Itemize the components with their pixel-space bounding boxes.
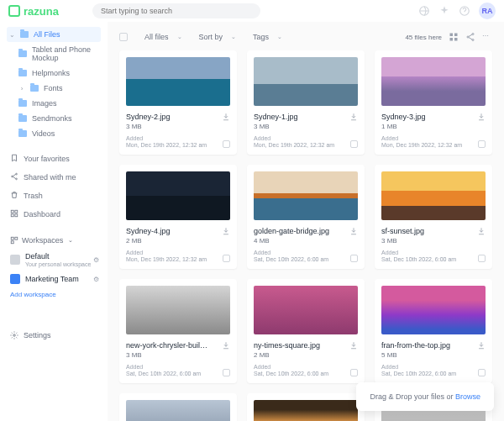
file-thumbnail[interactable]: [381, 171, 486, 220]
svg-rect-14: [454, 34, 458, 37]
file-card[interactable]: sf-sunset.jpg3 MBAddedSat, Dec 10th 2022…: [375, 165, 492, 269]
file-card[interactable]: fran-from-the-top.jpg5 MBAddedSat, Dec 1…: [375, 279, 492, 383]
gear-icon[interactable]: ⚙: [93, 256, 99, 264]
file-card[interactable]: [247, 393, 365, 421]
meta-label: Added: [254, 135, 358, 141]
file-thumbnail[interactable]: [381, 286, 486, 334]
file-checkbox[interactable]: [350, 255, 358, 262]
file-card[interactable]: new-york-chrysler-buil…3 MBAddedSat, Dec…: [119, 279, 237, 383]
folder-label: Images: [32, 99, 57, 108]
file-date: Sat, Dec 10th 2022, 6:00 am: [381, 371, 486, 376]
dropzone[interactable]: Drag & Drop your files or Browse: [356, 382, 494, 411]
grid-view-icon[interactable]: [449, 32, 459, 42]
file-size: 1 MB: [381, 123, 477, 130]
download-icon[interactable]: [349, 227, 358, 235]
file-thumbnail[interactable]: [254, 286, 358, 334]
file-thumbnail[interactable]: [254, 171, 358, 220]
search-input[interactable]: [92, 3, 260, 18]
help-icon[interactable]: [459, 5, 470, 17]
sort-filter[interactable]: Sort by⌄: [199, 33, 237, 41]
file-checkbox[interactable]: [223, 140, 230, 148]
file-checkbox[interactable]: [350, 140, 358, 148]
nav-item[interactable]: Dashboard: [7, 205, 101, 224]
scope-filter[interactable]: All files⌄: [144, 33, 182, 41]
file-size: 3 MB: [381, 237, 477, 245]
brand-name: razuna: [24, 5, 59, 18]
file-checkbox[interactable]: [478, 369, 486, 376]
avatar[interactable]: RA: [479, 3, 496, 19]
file-card[interactable]: Sydney-3.jpg1 MBAddedMon, Dec 19th 2022,…: [375, 50, 492, 155]
add-workspace-link[interactable]: Add workspace: [7, 287, 101, 302]
globe-icon[interactable]: [418, 5, 430, 17]
download-icon[interactable]: [222, 341, 230, 350]
file-thumbnail[interactable]: [254, 400, 358, 421]
folder-item[interactable]: ⌄All Files: [7, 27, 101, 42]
file-checkbox[interactable]: [223, 369, 230, 376]
file-card[interactable]: Sydney-1.jpg3 MBAddedMon, Dec 19th 2022,…: [247, 50, 365, 155]
settings-link[interactable]: Settings: [7, 327, 101, 344]
file-card[interactable]: golden-gate-bridge.jpg4 MBAddedSat, Dec …: [247, 165, 365, 269]
workspace-color-icon: [10, 274, 20, 284]
folder-icon: [18, 130, 27, 137]
folder-item[interactable]: Helpmonks: [7, 66, 101, 81]
nav-item[interactable]: Trash: [7, 187, 101, 205]
file-size: 2 MB: [254, 351, 349, 359]
download-icon[interactable]: [477, 227, 486, 235]
chevron-down-icon: ⌄: [231, 34, 236, 40]
file-card[interactable]: [119, 393, 237, 421]
folder-label: All Files: [34, 30, 60, 39]
file-checkbox[interactable]: [350, 369, 358, 376]
download-icon[interactable]: [222, 227, 230, 235]
file-checkbox[interactable]: [478, 255, 486, 262]
file-thumbnail[interactable]: [126, 171, 230, 220]
file-date: Mon, Dec 19th 2022, 12:32 am: [126, 256, 230, 262]
more-icon[interactable]: ⋯: [482, 32, 492, 42]
trash-icon: [10, 191, 18, 201]
share-icon[interactable]: [465, 32, 475, 42]
folder-item[interactable]: Images: [7, 96, 101, 111]
sidebar: ⌄All FilesTablet and Phone MockupHelpmon…: [0, 22, 108, 421]
file-thumbnail[interactable]: [254, 57, 358, 106]
svg-rect-16: [454, 38, 458, 41]
bookmark-icon: [10, 154, 18, 164]
folder-label: Helpmonks: [32, 69, 70, 77]
download-icon[interactable]: [349, 113, 358, 121]
file-thumbnail[interactable]: [126, 286, 230, 334]
file-thumbnail[interactable]: [126, 57, 230, 106]
gear-icon[interactable]: ⚙: [93, 276, 99, 283]
file-checkbox[interactable]: [478, 140, 486, 148]
download-icon[interactable]: [222, 113, 230, 121]
select-all-checkbox[interactable]: [119, 33, 128, 41]
file-checkbox[interactable]: [223, 255, 230, 262]
svg-rect-15: [450, 38, 454, 41]
workspace-item[interactable]: DefaultYour personal workspace⚙: [7, 249, 101, 271]
folder-item[interactable]: ›Fonts: [7, 81, 101, 96]
download-icon[interactable]: [477, 113, 486, 121]
file-thumbnail[interactable]: [381, 57, 486, 106]
nav-item[interactable]: Shared with me: [7, 168, 101, 187]
file-card[interactable]: ny-times-square.jpg2 MBAddedSat, Dec 10t…: [247, 279, 365, 383]
file-card[interactable]: Sydney-2.jpg3 MBAddedMon, Dec 19th 2022,…: [119, 50, 237, 155]
workspaces-header[interactable]: Workspaces ⌄: [7, 232, 101, 249]
file-card[interactable]: Sydney-4.jpg2 MBAddedMon, Dec 19th 2022,…: [119, 165, 237, 269]
tags-filter[interactable]: Tags⌄: [253, 33, 282, 41]
file-thumbnail[interactable]: [126, 400, 230, 421]
folder-item[interactable]: Videos: [7, 126, 101, 141]
sparkle-icon[interactable]: [438, 5, 450, 17]
file-name: Sydney-1.jpg: [254, 113, 349, 121]
folder-item[interactable]: Tablet and Phone Mockup: [7, 42, 101, 66]
file-date: Mon, Dec 19th 2022, 12:32 am: [381, 142, 486, 148]
nav-item[interactable]: Your favorites: [7, 150, 101, 168]
svg-rect-6: [15, 210, 18, 213]
svg-rect-10: [15, 237, 18, 239]
file-name: fran-from-the-top.jpg: [381, 341, 477, 350]
download-icon[interactable]: [477, 341, 486, 350]
file-name: Sydney-4.jpg: [126, 227, 222, 235]
download-icon[interactable]: [349, 341, 358, 350]
file-date: Sat, Dec 10th 2022, 6:00 am: [254, 256, 358, 262]
browse-link[interactable]: Browse: [455, 392, 480, 401]
workspace-item[interactable]: Marketing Team⚙: [7, 271, 101, 287]
folder-item[interactable]: Sendmonks: [7, 111, 101, 126]
svg-point-2: [16, 173, 18, 175]
brand-logo[interactable]: razuna: [8, 5, 59, 18]
